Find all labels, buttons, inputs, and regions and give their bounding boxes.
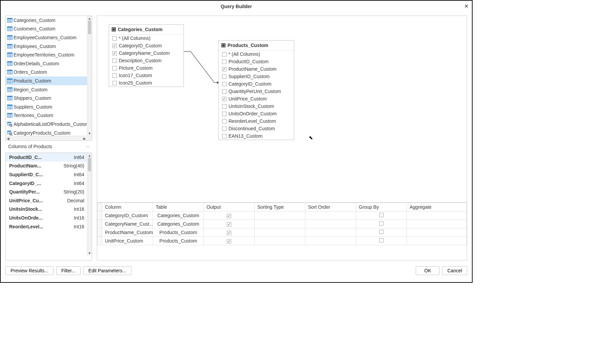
- field-checkbox[interactable]: [112, 36, 117, 41]
- field-checkbox[interactable]: [112, 59, 117, 63]
- field-row[interactable]: Picture_Custom: [109, 64, 183, 72]
- field-row[interactable]: UnitPrice_Custom: [219, 95, 294, 103]
- scroll-down-icon[interactable]: ▼: [87, 251, 92, 255]
- design-canvas[interactable]: Categories_Custom* (All Columns)Category…: [97, 16, 467, 203]
- grid-column-header[interactable]: Sorting Type: [255, 203, 305, 211]
- tables-list-item[interactable]: Shippers_Custom: [6, 94, 87, 103]
- groupby-checkbox[interactable]: [379, 238, 384, 243]
- grid-cell-sort-order[interactable]: [305, 220, 356, 228]
- tables-list-item[interactable]: AlphabeticalListOfProducts_Custom: [6, 120, 87, 129]
- output-checkbox[interactable]: [227, 214, 231, 218]
- field-row[interactable]: Discontinued_Custom: [219, 125, 294, 132]
- scroll-thumb[interactable]: [88, 21, 91, 34]
- tables-list-item[interactable]: Employees_Custom: [6, 42, 87, 51]
- close-icon[interactable]: ✕: [464, 3, 469, 9]
- tables-list-item[interactable]: Region_Custom: [6, 85, 87, 94]
- column-info-row[interactable]: UnitsOnOrde...Int16: [6, 213, 87, 222]
- field-row[interactable]: UnitsOnOrder_Custom: [219, 110, 294, 117]
- grid-cell-sort-order[interactable]: [305, 211, 356, 220]
- field-row[interactable]: ProductName_Custom: [219, 65, 294, 73]
- tables-list-item[interactable]: EmployeeTerritories_Custom: [6, 50, 87, 59]
- grid-cell-sorting-type[interactable]: [255, 237, 305, 245]
- grid-row[interactable]: CategoryID_CustomCategories_Custom: [97, 211, 467, 220]
- tables-list-item[interactable]: Orders_Custom: [6, 68, 87, 77]
- field-row[interactable]: EAN13_Custom: [219, 132, 294, 140]
- preview-results-button[interactable]: Preview Results...: [5, 266, 53, 275]
- grid-cell-column[interactable]: UnitPrice_Custom: [102, 237, 153, 245]
- column-info-row[interactable]: CategoryID_...Int64: [6, 179, 87, 188]
- table-node-header[interactable]: Categories_Custom: [109, 25, 183, 35]
- tables-list-item[interactable]: Customers_Custom: [6, 25, 87, 33]
- scroll-up-icon[interactable]: ▲: [87, 153, 92, 158]
- tables-list-item[interactable]: Territories_Custom: [6, 111, 87, 120]
- grid-cell-table[interactable]: Products_Custom: [153, 237, 204, 245]
- grid-column-header[interactable]: Output: [204, 203, 255, 211]
- field-row[interactable]: SupplierID_Custom: [219, 73, 294, 80]
- grid-cell-table[interactable]: Categories_Custom: [153, 220, 204, 228]
- field-checkbox[interactable]: [112, 66, 117, 70]
- output-checkbox[interactable]: [227, 239, 231, 244]
- field-checkbox[interactable]: [222, 60, 226, 64]
- output-checkbox[interactable]: [227, 222, 231, 227]
- grid-cell-column[interactable]: CategoryID_Custom: [102, 211, 153, 220]
- grid-cell-aggregate[interactable]: [407, 228, 467, 237]
- tables-horizontal-scrollbar[interactable]: ◀ ▶: [6, 136, 87, 140]
- grid-cell-table[interactable]: Products_Custom: [153, 228, 204, 237]
- field-checkbox[interactable]: [222, 52, 226, 56]
- edit-parameters-button[interactable]: Edit Parameters...: [83, 266, 131, 275]
- grid-cell-sort-order[interactable]: [305, 237, 356, 245]
- output-checkbox[interactable]: [227, 231, 231, 235]
- table-node[interactable]: Products_Custom* (All Columns)ProductID_…: [218, 40, 294, 140]
- grid-cell-sort-order[interactable]: [305, 228, 356, 237]
- tables-list-item[interactable]: OrderDetails_Custom: [6, 59, 87, 68]
- grid-column-header[interactable]: Group By: [356, 203, 407, 211]
- scroll-down-icon[interactable]: ▼: [87, 131, 92, 136]
- grid-cell-output[interactable]: [204, 211, 255, 220]
- grid-cell-column[interactable]: ProductName_Custom: [102, 228, 153, 237]
- column-info-row[interactable]: ProductNam...String(40): [6, 162, 87, 170]
- field-checkbox[interactable]: [222, 119, 226, 123]
- field-checkbox[interactable]: [222, 127, 226, 131]
- ok-button[interactable]: OK: [416, 266, 439, 275]
- column-info-row[interactable]: SupplierID_C...Int64: [6, 170, 87, 179]
- column-info-row[interactable]: UnitPrice_Cu...Decimal: [6, 196, 87, 205]
- field-row[interactable]: QuantityPerUnit_Custom: [219, 88, 294, 95]
- field-checkbox[interactable]: [222, 74, 226, 79]
- groupby-checkbox[interactable]: [379, 213, 384, 217]
- grid-row[interactable]: CategoryName_Cust...Categories_Custom: [97, 220, 467, 228]
- tables-vertical-scrollbar[interactable]: ▲ ▼: [87, 16, 92, 136]
- grid-cell-group-by[interactable]: [356, 220, 407, 228]
- tables-list-item[interactable]: Suppliers_Custom: [6, 103, 87, 111]
- tables-list-item[interactable]: CategoryProducts_Custom: [6, 129, 87, 136]
- field-row[interactable]: CategoryID_Custom: [109, 42, 183, 49]
- grid-cell-aggregate[interactable]: [407, 211, 467, 220]
- grid-cell-output[interactable]: [204, 228, 255, 237]
- grid-cell-table[interactable]: Categories_Custom: [153, 211, 204, 220]
- grid-column-header[interactable]: Aggregate: [407, 203, 467, 211]
- filter-button[interactable]: Filter...: [56, 266, 81, 275]
- grid-row[interactable]: ProductName_CustomProducts_Custom: [97, 228, 467, 237]
- table-node[interactable]: Categories_Custom* (All Columns)Category…: [109, 24, 184, 87]
- grid-cell-sorting-type[interactable]: [255, 228, 305, 237]
- field-checkbox[interactable]: [112, 51, 117, 55]
- field-checkbox[interactable]: [112, 44, 117, 48]
- scroll-up-icon[interactable]: ▲: [87, 16, 92, 21]
- grid-cell-output[interactable]: [204, 237, 255, 245]
- column-info-row[interactable]: QuantityPer...String(20): [6, 187, 87, 196]
- field-checkbox[interactable]: [222, 89, 226, 94]
- grid-column-header[interactable]: Sort Order: [305, 203, 356, 211]
- grid-cell-aggregate[interactable]: [407, 237, 467, 245]
- grid-cell-sorting-type[interactable]: [255, 220, 305, 228]
- field-row[interactable]: * (All Columns): [109, 35, 183, 42]
- field-row[interactable]: UnitsInStock_Custom: [219, 103, 294, 110]
- column-info-row[interactable]: ProductID_C...Int64: [6, 153, 87, 162]
- tables-list-item[interactable]: EmployeeCustomers_Custom: [6, 33, 87, 42]
- chevron-up-icon[interactable]: ︿: [86, 143, 90, 149]
- columns-vertical-scrollbar[interactable]: ▲ ▼: [87, 153, 92, 255]
- grid-column-header[interactable]: Column: [102, 203, 153, 211]
- tables-list-item[interactable]: Products_Custom: [6, 76, 87, 85]
- field-row[interactable]: ReorderLevel_Custom: [219, 117, 294, 125]
- scroll-right-icon[interactable]: ▶: [82, 136, 87, 141]
- grid-cell-column[interactable]: CategoryName_Cust...: [102, 220, 153, 228]
- grid-cell-aggregate[interactable]: [407, 220, 467, 228]
